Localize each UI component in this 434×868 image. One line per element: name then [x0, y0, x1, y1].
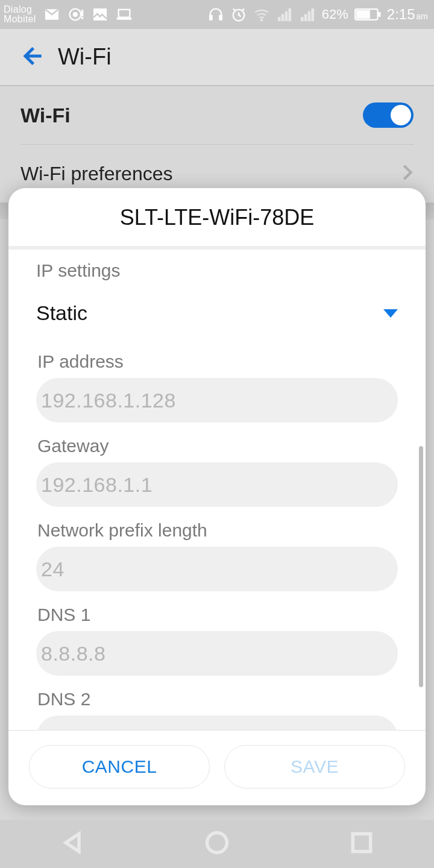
svg-rect-21: [356, 10, 370, 18]
svg-rect-15: [289, 9, 291, 21]
wifi-icon: [253, 6, 270, 23]
dialog-title: SLT-LTE-WiFi-78DE: [8, 188, 426, 246]
ip-settings-value: Static: [36, 301, 87, 325]
svg-rect-7: [117, 18, 131, 19]
wifi-network-dialog: SLT-LTE-WiFi-78DE IP settings Static IP …: [8, 188, 426, 805]
carrier-label: Dialog Mobitel: [4, 5, 36, 24]
dns1-input[interactable]: 8.8.8.8: [36, 631, 398, 676]
svg-rect-13: [281, 14, 284, 21]
gateway-input[interactable]: 192.168.1.1: [36, 462, 398, 507]
alarm-icon: [230, 6, 247, 23]
status-bar: Dialog Mobitel 62%: [0, 0, 434, 29]
nav-home-button[interactable]: [204, 829, 230, 858]
dns2-label: DNS 2: [37, 689, 398, 709]
clock: 2:15am: [387, 6, 428, 23]
save-button[interactable]: SAVE: [224, 745, 405, 788]
svg-rect-3: [81, 10, 83, 16]
nav-back-button[interactable]: [59, 829, 86, 858]
svg-rect-12: [278, 17, 280, 21]
battery-icon: [354, 6, 381, 23]
back-arrow-icon[interactable]: [19, 44, 43, 71]
svg-point-23: [207, 833, 227, 853]
caret-down-icon: [383, 309, 398, 318]
headphones-icon: [207, 6, 224, 23]
prefix-length-input[interactable]: 24: [36, 547, 398, 591]
laptop-icon: [116, 6, 133, 23]
signal-2-icon: [299, 6, 316, 23]
gateway-label: Gateway: [37, 436, 398, 456]
wifi-toggle-row[interactable]: Wi-Fi: [0, 86, 434, 144]
svg-rect-22: [378, 13, 380, 17]
ip-settings-label: IP settings: [36, 260, 398, 281]
svg-rect-4: [81, 17, 83, 19]
ip-settings-dropdown[interactable]: Static: [36, 298, 398, 345]
prefix-length-label: Network prefix length: [37, 520, 398, 541]
svg-rect-14: [285, 11, 288, 20]
svg-rect-19: [312, 9, 314, 21]
wifi-prefs-label: Wi-Fi preferences: [20, 163, 173, 185]
ip-address-input[interactable]: 192.168.1.128: [36, 378, 398, 423]
dns2-input[interactable]: 8.8.4.4: [36, 715, 398, 730]
svg-rect-17: [304, 14, 307, 21]
svg-rect-6: [118, 10, 130, 17]
page-title: Wi-Fi: [58, 44, 112, 70]
svg-point-11: [260, 19, 263, 22]
wifi-row-label: Wi-Fi: [20, 104, 71, 127]
dialog-body[interactable]: IP settings Static IP address 192.168.1.…: [8, 250, 426, 730]
image-icon: [92, 6, 108, 23]
battery-percent: 62%: [322, 7, 348, 22]
svg-rect-24: [353, 834, 370, 851]
signal-1-icon: [276, 6, 293, 23]
disc-alert-icon: [68, 6, 84, 23]
dns1-label: DNS 1: [37, 605, 398, 625]
wifi-toggle[interactable]: [363, 102, 414, 128]
ip-address-label: IP address: [37, 351, 398, 372]
svg-rect-18: [308, 11, 310, 20]
svg-rect-8: [209, 15, 212, 20]
nav-recent-button[interactable]: [348, 829, 375, 858]
cancel-button[interactable]: CANCEL: [29, 745, 210, 788]
svg-rect-16: [301, 17, 303, 21]
android-nav-bar: [0, 820, 434, 868]
svg-rect-9: [219, 15, 222, 20]
mail-icon: [43, 6, 60, 23]
chevron-right-icon: [401, 162, 414, 185]
svg-point-2: [73, 13, 77, 17]
scroll-indicator[interactable]: [419, 446, 423, 687]
